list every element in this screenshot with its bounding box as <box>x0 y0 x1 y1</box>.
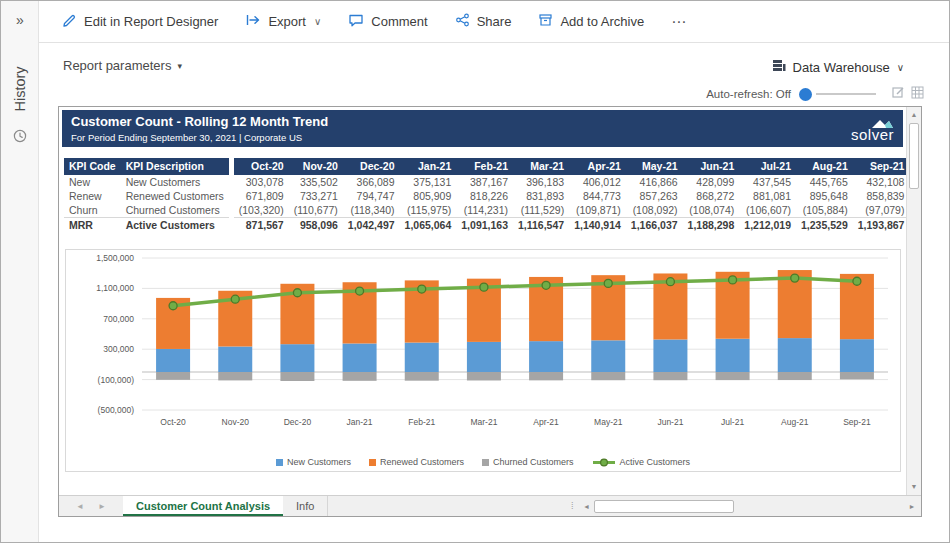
report-parameters-label: Report parameters <box>63 58 171 73</box>
auto-refresh-slider-knob[interactable] <box>799 88 812 101</box>
scroll-left-button[interactable]: ◄ <box>580 503 594 510</box>
sheet-tab-bar: ◄ ► Customer Count AnalysisInfo ⁞ ◄ ► <box>59 495 921 516</box>
export-button[interactable]: Export ∨ <box>245 13 321 30</box>
x-tick-label: Nov-20 <box>222 417 250 427</box>
scrollbar-resize-handle[interactable]: ⁞ <box>571 501 574 511</box>
y-tick-label: (100,000) <box>98 375 135 385</box>
line-marker <box>791 274 799 282</box>
horizontal-scrollbar[interactable]: ⁞ ◄ ► <box>569 496 921 516</box>
legend-label: New Customers <box>287 457 351 467</box>
report-parameters-dropdown[interactable]: Report parameters ▾ <box>63 58 182 73</box>
bar-segment <box>716 339 750 372</box>
table-cell: 1,042,497 <box>343 218 400 233</box>
bar-segment <box>218 347 252 372</box>
table-cell: 868,272 <box>683 189 740 203</box>
bar-segment <box>840 339 874 372</box>
chevron-down-icon: ∨ <box>897 62 904 73</box>
y-tick-label: (500,000) <box>98 405 135 415</box>
column-header: Mar-21 <box>513 158 569 175</box>
table-cell: 858,839 <box>853 189 906 203</box>
scroll-down-button[interactable]: ▼ <box>907 480 921 494</box>
table-cell: 1,188,298 <box>683 218 740 233</box>
archive-icon <box>538 13 553 30</box>
bar-segment <box>653 339 687 372</box>
app-window: » History Edit in Report Designer Export… <box>0 0 950 543</box>
table-cell: 387,167 <box>456 175 513 189</box>
history-panel-label[interactable]: History <box>12 66 28 111</box>
table-cell: MRR <box>64 218 121 233</box>
comment-button[interactable]: Comment <box>348 13 427 30</box>
line-marker <box>729 276 737 284</box>
solver-logo: solver <box>823 110 903 147</box>
table-cell: 1,212,019 <box>739 218 796 233</box>
report-content: Customer Count - Rolling 12 Month Trend … <box>59 107 906 495</box>
add-to-archive-button[interactable]: Add to Archive <box>538 13 644 30</box>
line-marker <box>480 283 488 291</box>
edit-mode-icon[interactable] <box>892 85 905 103</box>
report-viewport: Customer Count - Rolling 12 Month Trend … <box>58 106 922 517</box>
line-marker <box>542 281 550 289</box>
legend-label: Churned Customers <box>493 457 574 467</box>
table-cell: New Customers <box>121 175 232 189</box>
table-cell: 831,893 <box>513 189 569 203</box>
sheet-tab-customer-count-analysis[interactable]: Customer Count Analysis <box>123 496 283 516</box>
table-row: RenewRenewed Customers671,809733,271794,… <box>64 189 906 203</box>
report-title-bar: Customer Count - Rolling 12 Month Trend … <box>62 110 903 147</box>
sidebar-expand-button[interactable]: » <box>1 12 39 28</box>
grid-view-icon[interactable] <box>911 85 924 103</box>
y-tick-label: 300,000 <box>103 344 134 354</box>
table-cell: Churned Customers <box>121 203 232 218</box>
share-icon <box>455 13 470 30</box>
data-warehouse-dropdown[interactable]: Data Warehouse ∨ <box>772 59 904 75</box>
column-header: Jun-21 <box>683 158 740 175</box>
table-cell: 303,078 <box>231 175 288 189</box>
bar-segment <box>280 344 314 372</box>
share-button[interactable]: Share <box>455 13 512 30</box>
bar-segment <box>343 343 377 372</box>
table-cell: 1,193,867 <box>853 218 906 233</box>
table-cell: 375,131 <box>400 175 457 189</box>
table-cell: 818,226 <box>456 189 513 203</box>
horizontal-scroll-track[interactable] <box>594 499 905 514</box>
table-cell: 881,081 <box>739 189 796 203</box>
table-cell: (114,231) <box>456 203 513 218</box>
sheet-tab-info[interactable]: Info <box>283 496 328 516</box>
vertical-scrollbar[interactable]: ▲ ▼ <box>906 107 921 495</box>
scroll-up-button[interactable]: ▲ <box>907 108 921 122</box>
auto-refresh-label: Auto-refresh: Off <box>706 88 791 100</box>
horizontal-scroll-thumb[interactable] <box>594 500 734 513</box>
table-cell: 733,271 <box>289 189 343 203</box>
bar-segment <box>467 372 501 380</box>
bar-segment <box>343 372 377 381</box>
scroll-right-button[interactable]: ► <box>905 503 919 510</box>
table-cell: 895,648 <box>796 189 853 203</box>
line-marker <box>169 302 177 310</box>
data-warehouse-icon <box>772 59 786 75</box>
kpi-table: KPI CodeKPI DescriptionOct-20Nov-20Dec-2… <box>64 158 906 232</box>
auto-refresh-slider-track[interactable] <box>816 93 876 95</box>
bar-segment <box>156 349 190 372</box>
line-marker <box>418 285 426 293</box>
vertical-scroll-thumb[interactable] <box>909 123 919 189</box>
legend-label: Renewed Customers <box>380 457 464 467</box>
line-marker <box>604 279 612 287</box>
table-cell: 1,091,163 <box>456 218 513 233</box>
bar-segment <box>280 372 314 381</box>
bar-segment <box>840 372 874 379</box>
line-marker <box>356 287 364 295</box>
y-tick-label: 1,500,000 <box>96 253 134 263</box>
toolbar: Edit in Report Designer Export ∨ Comment… <box>39 1 949 43</box>
tab-scroll-left-button[interactable]: ◄ <box>76 502 84 511</box>
active-customers-line <box>173 278 857 306</box>
more-actions-button[interactable]: ⋯ <box>671 13 687 31</box>
table-cell: (105,884) <box>796 203 853 218</box>
bar-segment <box>716 372 750 380</box>
table-cell: 416,866 <box>626 175 683 189</box>
edit-in-report-designer-button[interactable]: Edit in Report Designer <box>62 13 218 31</box>
toolbar-item-label: Export <box>268 14 306 29</box>
legend-swatch-icon <box>482 459 489 466</box>
table-cell: (108,074) <box>683 203 740 218</box>
tab-scroll-right-button[interactable]: ► <box>98 502 106 511</box>
legend-item: New Customers <box>276 457 351 467</box>
column-header: KPI Description <box>121 158 232 175</box>
